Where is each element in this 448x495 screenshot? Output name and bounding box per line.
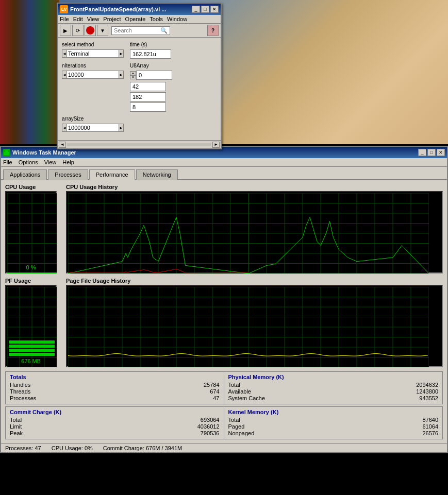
labview-row-1: select method ◄ ► time (s) 162.821u <box>62 42 217 59</box>
cpu-usage-panel: 0 % <box>5 191 57 274</box>
hscroll-track[interactable] <box>67 143 211 146</box>
minimize-button[interactable]: _ <box>192 6 200 13</box>
pm-available-value: 1243800 <box>416 388 438 395</box>
cc-peak-label: Peak <box>10 430 23 436</box>
menu-view[interactable]: View <box>87 16 99 22</box>
spinner-down[interactable]: ▼ <box>130 75 136 79</box>
pf-usage-canvas <box>7 287 57 367</box>
cc-peak-value: 790536 <box>201 430 220 436</box>
pm-available-label: Available <box>228 388 251 395</box>
niterations-group: nIterations ◄ ► <box>62 63 124 79</box>
cc-limit-value: 4036012 <box>197 423 220 430</box>
niterations-decrement[interactable]: ◄ <box>62 71 67 79</box>
help-button[interactable]: ? <box>207 25 219 36</box>
cpu-usage-canvas <box>7 193 57 274</box>
restore-button[interactable]: □ <box>201 6 209 13</box>
tm-close[interactable]: ✕ <box>437 149 445 156</box>
tm-title: Windows Task Manager <box>12 149 417 156</box>
arraysize-increment[interactable]: ► <box>119 124 124 132</box>
u8array-group: U8Array ▲ ▼ 0 42 182 8 <box>130 63 172 112</box>
tab-performance[interactable]: Performance <box>89 169 135 180</box>
totals-title: Totals <box>10 374 220 380</box>
pf-row: PF Usage 676 MB Page File Usage History <box>5 278 443 367</box>
cpu-percent: 0 % <box>6 264 56 270</box>
pm-total-label: Total <box>228 382 240 388</box>
u8array-label: U8Array <box>130 63 172 69</box>
select-method-input[interactable] <box>67 49 119 58</box>
menu-window[interactable]: Window <box>167 16 187 22</box>
menu-tools[interactable]: Tools <box>150 16 163 22</box>
tm-menu-view[interactable]: View <box>44 159 57 165</box>
physical-memory-title: Physical Memory (K) <box>228 374 439 380</box>
run-button[interactable]: ▶ <box>60 25 71 36</box>
pf-usage-label: PF Usage <box>5 278 62 284</box>
taskmanager-window: Windows Task Manager _ □ ✕ File Options … <box>0 146 448 453</box>
labview-content: select method ◄ ► time (s) 162.821u nIte… <box>58 38 221 140</box>
physical-memory-section: Physical Memory (K) Total 2094632 Availa… <box>224 372 443 404</box>
spinner-display: 0 <box>136 71 172 80</box>
arraysize-input-wrapper: ◄ ► <box>62 124 124 132</box>
cc-limit-row: Limit 4036012 <box>10 423 220 430</box>
search-icon[interactable]: 🔍 <box>160 27 168 34</box>
run-continuously-button[interactable]: ⟳ <box>72 25 84 36</box>
cc-peak-row: Peak 790536 <box>10 430 220 436</box>
niterations-input[interactable] <box>67 71 119 79</box>
pf-value: 676 MB <box>6 358 56 364</box>
labview-toolbar: ▶ ⟳ ▼ 🔍 ? <box>58 24 221 38</box>
tm-restore[interactable]: □ <box>427 149 436 156</box>
pf-history-canvas <box>68 287 429 367</box>
close-button[interactable]: ✕ <box>210 6 219 13</box>
labview-row-2: nIterations ◄ ► U8Array ▲ ▼ 0 42 <box>62 63 217 112</box>
menu-operate[interactable]: Operate <box>125 16 146 22</box>
book-spines <box>0 0 59 144</box>
scroll-left-btn[interactable]: ◄ <box>59 142 66 148</box>
tab-processes[interactable]: Processes <box>48 169 88 180</box>
km-paged-value: 61064 <box>422 423 438 430</box>
labview-hscrollbar[interactable]: ◄ ► <box>58 140 221 148</box>
cpu-usage-section: CPU Usage 0 % <box>5 184 62 274</box>
tab-networking[interactable]: Networking <box>136 169 178 180</box>
threads-row: Threads 674 <box>10 388 220 395</box>
spinner-up[interactable]: ▲ <box>130 71 136 75</box>
labview-icon: LV <box>60 5 68 13</box>
arraysize-decrement[interactable]: ◄ <box>62 124 67 132</box>
tm-minimize[interactable]: _ <box>418 149 426 156</box>
arraysize-input[interactable] <box>67 124 119 132</box>
menu-project[interactable]: Project <box>103 16 121 22</box>
niterations-label: nIterations <box>62 63 124 69</box>
stop-button[interactable] <box>85 25 96 36</box>
toolbar-dropdown[interactable]: ▼ <box>97 25 108 36</box>
tm-tabs: Applications Processes Performance Netwo… <box>1 167 447 180</box>
niterations-increment[interactable]: ► <box>119 71 124 79</box>
select-method-increment[interactable]: ► <box>119 49 124 58</box>
commit-title: Commit Charge (K) <box>10 409 220 415</box>
cpu-row: CPU Usage 0 % CPU Usage History <box>5 184 443 274</box>
scroll-right-btn[interactable]: ► <box>212 142 220 148</box>
spinner-ctrl: ▲ ▼ <box>130 71 136 79</box>
labview-row-3: arraySize ◄ ► <box>62 116 217 132</box>
time-label: time (s) <box>130 42 171 47</box>
pm-total-row: Total 2094632 <box>228 382 439 388</box>
pf-usage-section: PF Usage 676 MB <box>5 278 62 367</box>
arraysize-group: arraySize ◄ ► <box>62 116 124 132</box>
km-nonpaged-value: 26576 <box>422 430 438 436</box>
menu-edit[interactable]: Edit <box>73 16 83 22</box>
km-paged-row: Paged 61064 <box>228 423 439 430</box>
tm-menu-help[interactable]: Help <box>62 159 74 165</box>
pf-history-panel <box>66 285 443 367</box>
tab-applications[interactable]: Applications <box>3 169 47 180</box>
pm-cache-row: System Cache 943552 <box>228 395 439 401</box>
tm-menu-options[interactable]: Options <box>19 159 38 165</box>
select-method-decrement[interactable]: ◄ <box>62 49 67 58</box>
kernel-memory-section: Kernel Memory (K) Total 87640 Paged 6106… <box>224 407 443 439</box>
u8array-val-0: 42 <box>130 82 166 91</box>
totals-section: Totals Handles 25784 Threads 674 Process… <box>6 372 224 404</box>
tm-menu-file[interactable]: File <box>3 159 12 165</box>
cc-total-value: 693064 <box>201 417 220 423</box>
stats-bottom-row: Commit Charge (K) Total 693064 Limit 403… <box>5 406 443 439</box>
km-total-row: Total 87640 <box>228 417 439 423</box>
menu-file[interactable]: File <box>60 16 69 22</box>
search-input[interactable] <box>114 27 160 33</box>
status-cpu: CPU Usage: 0% <box>52 445 93 451</box>
pm-total-value: 2094632 <box>416 382 438 388</box>
